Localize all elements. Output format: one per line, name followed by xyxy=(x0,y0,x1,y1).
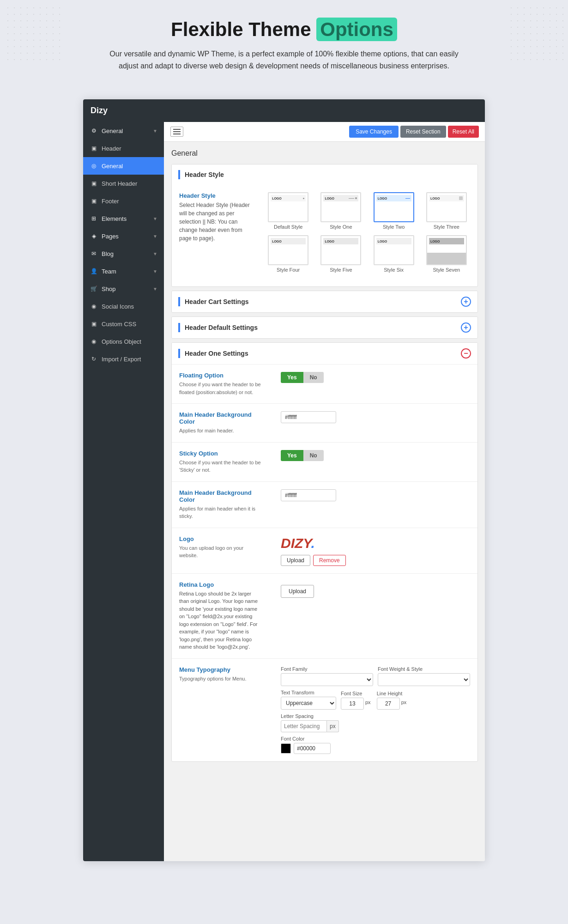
letter-spacing-row: px xyxy=(281,720,470,732)
sticky-bg-control xyxy=(281,489,470,520)
floating-option-row: Floating Option Choose if you want the h… xyxy=(172,364,477,403)
retina-logo-row: Retina Logo Retina Logo should be 2x lar… xyxy=(172,573,477,658)
sticky-bg-label-col: Main Header Background Color Applies for… xyxy=(179,489,262,520)
header-cart-header[interactable]: Header Cart Settings + xyxy=(172,291,477,312)
header-style-section-header[interactable]: Header Style xyxy=(172,164,477,185)
nav-indicators xyxy=(349,197,357,199)
options-object-icon: ◉ xyxy=(90,337,98,346)
style-field-label: Header Style Select Header Style (Header… xyxy=(179,192,255,273)
sidebar-item-short-header[interactable]: ▣ Short Header xyxy=(83,175,164,192)
chevron-team-icon: ▼ xyxy=(153,269,157,274)
font-size-input[interactable] xyxy=(341,698,364,710)
sticky-no-button[interactable]: No xyxy=(303,450,324,461)
logo-two: LOGO xyxy=(378,197,387,200)
sidebar-item-general-sub[interactable]: ◎ General xyxy=(83,157,164,175)
style-option-default[interactable]: LOGO Default Style xyxy=(265,192,312,230)
style-selector: Header Style Select Header Style (Header… xyxy=(172,185,477,286)
style-option-four[interactable]: LOGO Style Four xyxy=(265,235,312,273)
logo-three: LOGO xyxy=(430,197,440,200)
sidebar-item-custom-css[interactable]: ▣ Custom CSS xyxy=(83,315,164,333)
style-option-two[interactable]: LOGO Style Two xyxy=(370,192,417,230)
text-transform-select[interactable]: Uppercase xyxy=(281,697,336,710)
menu-typography-row: Menu Typography Typography options for M… xyxy=(172,658,477,761)
sidebar-item-general[interactable]: ⚙ General ▼ xyxy=(83,122,164,140)
save-changes-button[interactable]: Save Changes xyxy=(349,126,399,138)
style-option-six[interactable]: LOGO Style Six xyxy=(370,235,417,273)
letter-spacing-input[interactable] xyxy=(281,720,327,732)
sidebar-label-short-header: Short Header xyxy=(102,180,137,187)
retina-upload-button[interactable]: Upload xyxy=(281,585,314,598)
style-option-three[interactable]: LOGO Style Three xyxy=(423,192,470,230)
default-toggle-button[interactable]: + xyxy=(461,322,471,333)
header-style-title: Header Style xyxy=(185,171,224,178)
sidebar-label-options-object: Options Object xyxy=(102,338,141,345)
style-option-one[interactable]: LOGO Style One xyxy=(317,192,364,230)
header-cart-title: Header Cart Settings xyxy=(185,298,248,305)
letter-spacing-field: Letter Spacing px xyxy=(281,713,470,732)
floating-label: Floating Option xyxy=(179,372,262,379)
circle-icon: ◎ xyxy=(90,162,98,170)
logo-four: LOGO xyxy=(272,240,282,243)
sticky-desc: Choose if you want the header to be 'Sti… xyxy=(179,459,262,474)
style-preview-inner-three: LOGO xyxy=(429,195,464,201)
font-weight-select[interactable] xyxy=(378,673,470,686)
one-title-wrap: Header One Settings xyxy=(178,349,461,358)
floating-no-button[interactable]: No xyxy=(303,372,324,383)
logo-remove-button[interactable]: Remove xyxy=(313,555,346,566)
floating-yes-button[interactable]: Yes xyxy=(281,372,303,383)
sidebar-label-header: Header xyxy=(102,145,121,152)
sticky-yes-button[interactable]: Yes xyxy=(281,450,303,461)
font-family-label: Font Family xyxy=(281,666,373,672)
reset-section-button[interactable]: Reset Section xyxy=(400,126,446,138)
logo-upload-button[interactable]: Upload xyxy=(281,555,310,566)
sidebar-item-pages[interactable]: ◈ Pages ▼ xyxy=(83,227,164,245)
font-size-field: Font Size px xyxy=(341,691,372,710)
sidebar-label-footer: Footer xyxy=(102,198,119,205)
sidebar-item-options-object[interactable]: ◉ Options Object xyxy=(83,333,164,350)
logo-one: LOGO xyxy=(325,197,334,200)
sidebar-item-social-icons[interactable]: ◉ Social Icons xyxy=(83,298,164,315)
main-bg-control xyxy=(281,411,470,435)
font-family-select[interactable] xyxy=(281,673,373,686)
hero-title-highlight: Options xyxy=(316,18,397,41)
sticky-toggle-group: Yes No xyxy=(281,450,470,461)
style-option-seven[interactable]: LOGO Style Seven xyxy=(423,235,470,273)
sidebar-item-shop[interactable]: 🛒 Shop ▼ xyxy=(83,280,164,298)
sidebar-item-blog[interactable]: ✉ Blog ▼ xyxy=(83,245,164,262)
font-color-input[interactable] xyxy=(294,743,331,754)
sidebar-item-elements[interactable]: ⊞ Elements ▼ xyxy=(83,210,164,227)
header-one-section-header[interactable]: Header One Settings − xyxy=(172,343,477,364)
nav-dot xyxy=(355,197,357,199)
menu-line-2 xyxy=(173,131,181,132)
line-height-label: Line Height xyxy=(377,691,408,696)
reset-all-button[interactable]: Reset All xyxy=(448,126,479,138)
style-option-five[interactable]: LOGO Style Five xyxy=(317,235,364,273)
header-style-label: Header Style xyxy=(179,192,255,199)
sidebar-label-team: Team xyxy=(102,268,116,275)
sticky-bg-color-input[interactable] xyxy=(281,489,336,501)
sidebar-item-team[interactable]: 👤 Team ▼ xyxy=(83,262,164,280)
one-toggle-button[interactable]: − xyxy=(461,348,471,359)
sticky-bg-desc: Applies for main header when it is stick… xyxy=(179,505,262,520)
main-bg-color-input[interactable] xyxy=(281,411,336,423)
font-family-row: Font Family Font Weight & Style xyxy=(281,666,470,686)
color-swatch[interactable] xyxy=(281,743,291,754)
sticky-label: Sticky Option xyxy=(179,450,262,457)
sidebar-item-header[interactable]: ▣ Header xyxy=(83,140,164,157)
preview-dots xyxy=(303,198,304,199)
menu-toggle-button[interactable] xyxy=(170,127,183,137)
sidebar-label-general-sub: General xyxy=(102,163,123,170)
sidebar-item-import-export[interactable]: ↻ Import / Export xyxy=(83,350,164,368)
logo-row: Logo You can upload logo on your website… xyxy=(172,528,477,573)
cart-toggle-button[interactable]: + xyxy=(461,297,471,307)
header-default-header[interactable]: Header Default Settings + xyxy=(172,317,477,338)
header-icon: ▣ xyxy=(90,144,98,152)
style-preview-inner-six: LOGO xyxy=(376,238,411,244)
line-height-input[interactable] xyxy=(377,698,400,710)
header-one-panel: Header One Settings − Floating Option Ch… xyxy=(171,342,478,762)
style-name-five: Style Five xyxy=(330,267,352,273)
sticky-bg-color-row: Main Header Background Color Applies for… xyxy=(172,481,477,528)
logo-label-col: Logo You can upload logo on your website… xyxy=(179,535,262,566)
letter-spacing-label: Letter Spacing xyxy=(281,713,470,719)
sidebar-item-footer[interactable]: ▣ Footer xyxy=(83,192,164,210)
